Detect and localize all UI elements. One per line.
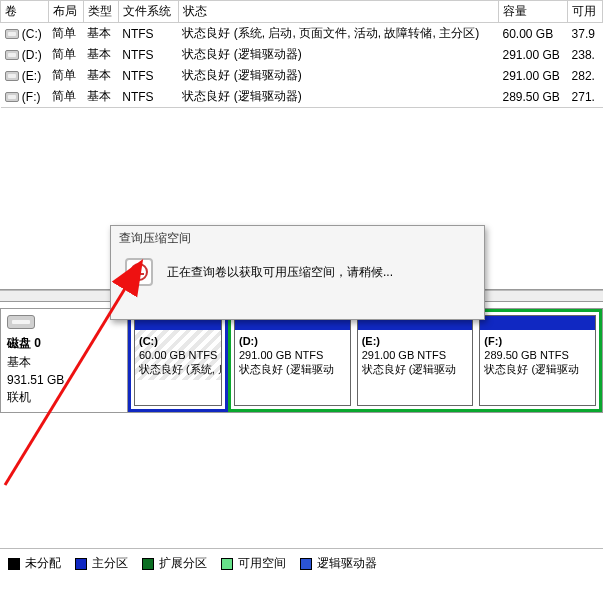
volume-icon (5, 29, 19, 39)
disk-size: 931.51 GB (7, 373, 121, 387)
part-size: 289.50 GB NTFS (484, 349, 568, 361)
disk-info-box[interactable]: 磁盘 0 基本 931.51 GB 联机 (0, 308, 128, 413)
part-status: 状态良好 (逻辑驱动 (362, 363, 457, 375)
legend: 未分配 主分区 扩展分区 可用空间 逻辑驱动器 (0, 548, 603, 578)
disk-icon (7, 315, 35, 329)
part-status: 状态良好 (逻辑驱动 (484, 363, 579, 375)
partition-f[interactable]: (F:) 289.50 GB NTFS 状态良好 (逻辑驱动 (479, 315, 596, 406)
disk-row: 磁盘 0 基本 931.51 GB 联机 (C:) 60.00 GB NTFS … (0, 308, 603, 413)
vol-status: 状态良好 (系统, 启动, 页面文件, 活动, 故障转储, 主分区) (178, 23, 498, 45)
swatch-dark-blue (300, 558, 312, 570)
swatch-dark-green (142, 558, 154, 570)
vol-type: 基本 (83, 23, 118, 45)
part-size: 60.00 GB NTFS (139, 349, 217, 361)
legend-logical: 逻辑驱动器 (300, 555, 377, 572)
volume-table[interactable]: 卷 布局 类型 文件系统 状态 容量 可用 (C:) 简单 基本 NTFS 状态… (0, 0, 603, 108)
swatch-light-green (221, 558, 233, 570)
swatch-black (8, 558, 20, 570)
dialog-message: 正在查询卷以获取可用压缩空间，请稍候... (167, 264, 393, 281)
part-letter: (D:) (239, 335, 258, 347)
swatch-blue (75, 558, 87, 570)
extended-partition-wrap: (D:) 291.00 GB NTFS 状态良好 (逻辑驱动 (E:) 291.… (228, 309, 602, 412)
volume-icon (5, 50, 19, 60)
clock-icon (125, 258, 153, 286)
table-row[interactable]: (C:) 简单 基本 NTFS 状态良好 (系统, 启动, 页面文件, 活动, … (1, 23, 603, 45)
vol-cap: 60.00 GB (498, 23, 567, 45)
part-letter: (F:) (484, 335, 502, 347)
table-header-row: 卷 布局 类型 文件系统 状态 容量 可用 (1, 1, 603, 23)
table-row[interactable]: (D:) 简单 基本 NTFS 状态良好 (逻辑驱动器) 291.00 GB 2… (1, 44, 603, 65)
partition-cap (480, 316, 595, 330)
part-size: 291.00 GB NTFS (239, 349, 323, 361)
col-free[interactable]: 可用 (568, 1, 603, 23)
partition-c[interactable]: (C:) 60.00 GB NTFS 状态良好 (系统, 启 (134, 315, 222, 406)
legend-unallocated: 未分配 (8, 555, 61, 572)
disk-basic: 基本 (7, 354, 121, 371)
vol-free: 37.9 (568, 23, 603, 45)
legend-primary: 主分区 (75, 555, 128, 572)
col-volume[interactable]: 卷 (1, 1, 49, 23)
vol-fs: NTFS (118, 23, 178, 45)
dialog-title: 查询压缩空间 (111, 226, 484, 248)
disk-map-pane: 磁盘 0 基本 931.51 GB 联机 (C:) 60.00 GB NTFS … (0, 308, 603, 578)
part-letter: (C:) (139, 335, 158, 347)
volume-icon (5, 71, 19, 81)
partition-d[interactable]: (D:) 291.00 GB NTFS 状态良好 (逻辑驱动 (234, 315, 351, 406)
table-row[interactable]: (E:) 简单 基本 NTFS 状态良好 (逻辑驱动器) 291.00 GB 2… (1, 65, 603, 86)
legend-extended: 扩展分区 (142, 555, 207, 572)
col-status[interactable]: 状态 (178, 1, 498, 23)
partitions-container: (C:) 60.00 GB NTFS 状态良好 (系统, 启 (D:) 291.… (128, 308, 603, 413)
vol-name: (E:) (22, 69, 41, 83)
primary-partition-wrap: (C:) 60.00 GB NTFS 状态良好 (系统, 启 (128, 309, 228, 412)
volume-icon (5, 92, 19, 102)
vol-name: (D:) (22, 48, 42, 62)
disk-online: 联机 (7, 389, 121, 406)
part-letter: (E:) (362, 335, 380, 347)
vol-layout: 简单 (48, 23, 83, 45)
legend-available: 可用空间 (221, 555, 286, 572)
part-status: 状态良好 (逻辑驱动 (239, 363, 334, 375)
col-fs[interactable]: 文件系统 (118, 1, 178, 23)
shrink-query-dialog: 查询压缩空间 正在查询卷以获取可用压缩空间，请稍候... (110, 225, 485, 320)
part-status: 状态良好 (系统, 启 (139, 363, 222, 375)
table-row[interactable]: (F:) 简单 基本 NTFS 状态良好 (逻辑驱动器) 289.50 GB 2… (1, 86, 603, 108)
col-type[interactable]: 类型 (83, 1, 118, 23)
vol-name: (C:) (22, 27, 42, 41)
disk-label: 磁盘 0 (7, 335, 121, 352)
partition-e[interactable]: (E:) 291.00 GB NTFS 状态良好 (逻辑驱动 (357, 315, 474, 406)
volume-tbody: (C:) 简单 基本 NTFS 状态良好 (系统, 启动, 页面文件, 活动, … (1, 23, 603, 108)
vol-name: (F:) (22, 90, 41, 104)
col-capacity[interactable]: 容量 (498, 1, 567, 23)
part-size: 291.00 GB NTFS (362, 349, 446, 361)
col-layout[interactable]: 布局 (48, 1, 83, 23)
